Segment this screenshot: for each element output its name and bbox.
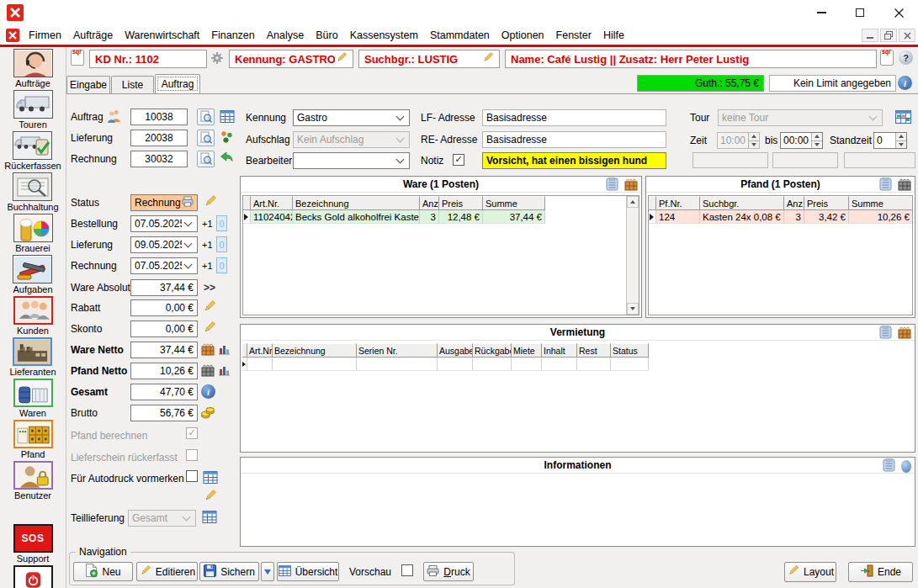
mdi-restore-button[interactable] xyxy=(880,29,897,42)
table-icon[interactable] xyxy=(202,511,217,523)
mdi-close-button[interactable] xyxy=(899,29,915,42)
lieferung-number-field[interactable]: 20038 xyxy=(130,130,188,146)
lf-adresse-field[interactable]: Basisadresse xyxy=(482,109,666,126)
bestellung-date-select[interactable]: 07.05.2025 xyxy=(130,215,198,232)
column-header[interactable]: Bezeichnung xyxy=(273,343,357,358)
crate-icon[interactable] xyxy=(624,178,638,193)
window-maximize-button[interactable] xyxy=(841,0,879,25)
spinner-buttons[interactable] xyxy=(895,133,906,148)
tab-eingabe[interactable]: Eingabe xyxy=(66,76,110,93)
menu-item-optionen[interactable]: Optionen xyxy=(496,27,550,44)
column-header[interactable]: Preis xyxy=(439,196,483,210)
ware-grid[interactable]: Art.Nr. Bezeichnung Anz. Preis Summe 110… xyxy=(242,195,639,315)
pfand-crate-icon[interactable] xyxy=(898,178,911,193)
undo-arrow-icon[interactable] xyxy=(220,151,233,164)
column-header[interactable]: Anz. xyxy=(784,196,804,210)
edit-pencil-icon[interactable] xyxy=(481,51,494,66)
edit-pencil-icon[interactable] xyxy=(203,489,217,503)
ende-button[interactable]: Ende xyxy=(848,562,913,582)
sql-notepad-icon[interactable] xyxy=(71,50,84,66)
tab-liste[interactable]: Liste xyxy=(111,76,154,93)
edit-pencil-icon[interactable] xyxy=(335,51,348,66)
edit-pencil-icon[interactable] xyxy=(202,299,216,314)
search-auftrag-button[interactable] xyxy=(197,109,215,125)
search-rechnung-button[interactable] xyxy=(197,151,215,167)
neu-button[interactable]: Neu xyxy=(73,562,133,581)
menu-item-buero[interactable]: Büro xyxy=(310,27,343,44)
kennung-select[interactable]: Gastro xyxy=(293,109,410,126)
people-icon[interactable] xyxy=(107,109,121,123)
plus-one-label[interactable]: +1 xyxy=(202,215,213,232)
scroll-down-button[interactable] xyxy=(627,303,639,315)
vertical-scrollbar[interactable] xyxy=(626,196,639,315)
column-header[interactable]: Rest xyxy=(577,343,611,358)
column-header[interactable]: Pf.Nr. xyxy=(656,196,700,210)
menu-item-warenwirtschaft[interactable]: Warenwirtschaft xyxy=(119,27,205,44)
rechnung-number-field[interactable]: 30032 xyxy=(130,151,188,167)
autodruck-checkbox[interactable] xyxy=(186,470,198,482)
table-row-empty[interactable] xyxy=(242,358,913,371)
column-header[interactable]: Suchbgr. xyxy=(700,196,784,210)
bar-chart-icon[interactable] xyxy=(218,364,231,376)
re-adresse-field[interactable]: Basisadresse xyxy=(482,131,666,148)
column-header[interactable]: Bezeichnung xyxy=(293,196,420,210)
sidebar-item-benutzer[interactable]: Benutzer xyxy=(13,461,53,501)
menu-item-hilfe[interactable]: Hilfe xyxy=(597,27,630,44)
mdi-system-menu-icon[interactable] xyxy=(6,29,19,42)
search-lieferung-button[interactable] xyxy=(197,130,215,146)
column-header[interactable]: Anz. xyxy=(420,196,439,210)
window-minimize-button[interactable] xyxy=(802,0,841,25)
sidebar-item-touren[interactable]: Touren xyxy=(13,90,53,130)
column-header[interactable]: Serien Nr. xyxy=(357,343,438,358)
menu-item-stammdaten[interactable]: Stammdaten xyxy=(424,27,496,44)
bearbeiter-select[interactable] xyxy=(293,152,410,169)
standzeit-spinner[interactable]: 0 xyxy=(873,132,907,149)
sichern-dropdown-button[interactable] xyxy=(261,562,274,581)
ware-absolut-field[interactable]: 37,44 € xyxy=(130,279,198,296)
editieren-button[interactable]: Editieren xyxy=(136,562,198,581)
list-icon[interactable] xyxy=(883,458,895,474)
info-icon[interactable] xyxy=(201,384,215,399)
sidebar-item-ende[interactable]: Ende xyxy=(13,565,53,588)
column-header[interactable]: Art.Nr. xyxy=(251,196,293,210)
sidebar-item-buchhaltung[interactable]: Buchhaltung xyxy=(7,172,58,212)
table-row[interactable]: 124 Kasten 24x 0,08 € 3 3,42 € 10,26 € xyxy=(649,210,912,224)
info-icon[interactable] xyxy=(898,76,912,90)
column-header[interactable]: Rückgabe xyxy=(473,343,512,358)
column-header[interactable]: Summe xyxy=(849,196,913,210)
plus-one-label[interactable]: +1 xyxy=(202,257,213,274)
vermietung-grid[interactable]: Art.Nr. Bezeichnung Serien Nr. Ausgabe R… xyxy=(242,343,913,450)
edit-pencil-icon[interactable] xyxy=(202,320,216,335)
column-header[interactable]: Status xyxy=(611,343,649,358)
column-header[interactable]: Miete xyxy=(512,343,542,358)
uebersicht-button[interactable]: Übersicht xyxy=(277,562,339,581)
pfand-grid[interactable]: Pf.Nr. Suchbgr. Anz. Preis Summe 124 Kas… xyxy=(648,195,913,315)
crate-icon[interactable] xyxy=(201,343,215,356)
spinner-buttons[interactable] xyxy=(811,133,822,148)
menu-item-kassensystem[interactable]: Kassensystem xyxy=(344,27,424,44)
sidebar-item-rueckerfassen[interactable]: Rückerfassen xyxy=(4,131,61,171)
mdi-minimize-button[interactable] xyxy=(862,29,878,42)
sichern-button[interactable]: Sichern xyxy=(199,562,259,581)
sidebar-item-waren[interactable]: Waren xyxy=(13,379,53,418)
status-field[interactable]: Rechnung xyxy=(130,194,198,211)
tour-calendar-icon[interactable] xyxy=(895,110,911,124)
column-header[interactable]: Art.Nr. xyxy=(247,343,273,358)
blue-oval-icon[interactable] xyxy=(901,460,911,473)
table-icon[interactable] xyxy=(203,471,218,484)
menu-item-analyse[interactable]: Analyse xyxy=(261,27,310,44)
notiz-checkbox[interactable] xyxy=(453,154,464,166)
sidebar-item-lieferanten[interactable]: Lieferanten xyxy=(9,337,56,377)
list-icon[interactable] xyxy=(879,326,892,342)
pfand-crate-icon[interactable] xyxy=(201,364,215,377)
plus-one-label[interactable]: +1 xyxy=(202,236,213,253)
table-icon[interactable] xyxy=(220,110,235,123)
bar-chart-icon[interactable] xyxy=(218,343,231,355)
notiz-field[interactable]: Vorsicht, hat einen bissigen hund xyxy=(482,152,666,169)
sidebar-item-pfand[interactable]: Pfand xyxy=(13,420,53,459)
gear-icon[interactable] xyxy=(210,51,224,65)
druck-button[interactable]: Druck xyxy=(423,562,474,581)
menu-item-finanzen[interactable]: Finanzen xyxy=(205,27,260,44)
rabatt-field[interactable]: 0,00 € xyxy=(130,299,198,316)
sidebar-item-kunden[interactable]: Kunden xyxy=(13,296,53,336)
